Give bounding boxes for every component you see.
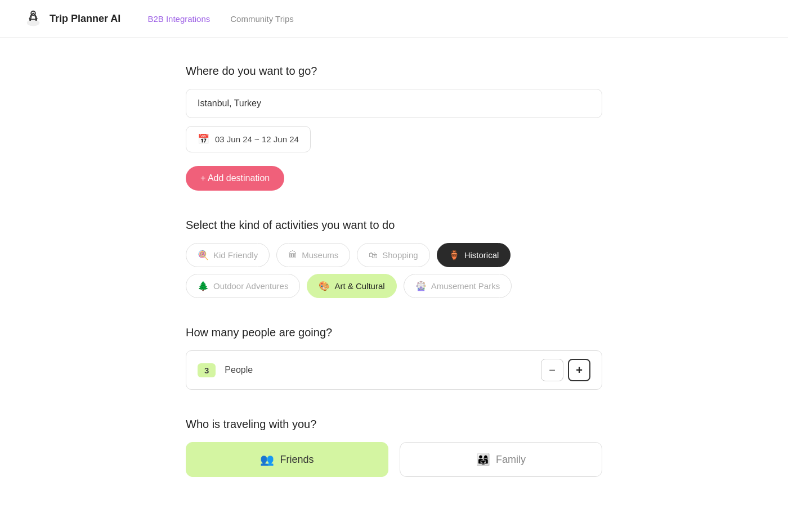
calendar-icon: 📅 <box>198 133 209 145</box>
chip-outdoor-adventures[interactable]: 🌲 Outdoor Adventures <box>186 274 300 298</box>
historical-icon: 🏺 <box>449 250 460 260</box>
traveling-section: Who is traveling with you? 👥 Friends 👨‍👩… <box>186 418 602 477</box>
chip-historical-label: Historical <box>464 250 499 260</box>
kid-friendly-icon: 🍭 <box>198 250 209 260</box>
art-icon: 🎨 <box>319 281 330 291</box>
logo-area: Trip Planner AI <box>23 8 120 29</box>
chip-amusement-label: Amusement Parks <box>431 281 500 291</box>
traveling-label: Who is traveling with you? <box>186 418 602 431</box>
chip-outdoor-label: Outdoor Adventures <box>213 281 288 291</box>
chip-museums[interactable]: 🏛 Museums <box>276 243 350 267</box>
people-count: 3 <box>198 363 216 377</box>
counter-buttons: − + <box>541 359 590 381</box>
logo-icon <box>23 8 44 29</box>
family-icon: 👨‍👩‍👧 <box>476 453 490 466</box>
museums-icon: 🏛 <box>288 250 297 260</box>
activities-section: Select the kind of activities you want t… <box>186 219 602 298</box>
chip-kid-friendly[interactable]: 🍭 Kid Friendly <box>186 243 270 267</box>
people-counter: 3 People − + <box>186 350 602 390</box>
main-content: Where do you want to go? 📅 03 Jun 24 ~ 1… <box>174 38 614 532</box>
chip-historical[interactable]: 🏺 Historical <box>437 243 511 267</box>
amusement-icon: 🎡 <box>415 281 427 291</box>
increment-button[interactable]: + <box>568 359 590 381</box>
nav-b2b-integrations[interactable]: B2B Integrations <box>147 14 210 24</box>
destination-section: Where do you want to go? 📅 03 Jun 24 ~ 1… <box>186 65 602 191</box>
family-label: Family <box>496 454 526 466</box>
friends-icon: 👥 <box>260 453 274 466</box>
date-range-button[interactable]: 📅 03 Jun 24 ~ 12 Jun 24 <box>186 126 311 152</box>
chip-amusement-parks[interactable]: 🎡 Amusement Parks <box>404 274 512 298</box>
people-label: How many people are going? <box>186 326 602 339</box>
chip-art-label: Art & Cultural <box>334 281 384 291</box>
travel-chip-family[interactable]: 👨‍👩‍👧 Family <box>400 442 602 477</box>
decrement-button[interactable]: − <box>541 359 563 381</box>
chip-kid-friendly-label: Kid Friendly <box>213 250 258 260</box>
nav-community-trips[interactable]: Community Trips <box>230 14 294 24</box>
chip-shopping[interactable]: 🛍 Shopping <box>357 243 429 267</box>
destination-label: Where do you want to go? <box>186 65 602 78</box>
header: Trip Planner AI B2B Integrations Communi… <box>0 0 788 38</box>
activities-label: Select the kind of activities you want t… <box>186 219 602 232</box>
logo-text: Trip Planner AI <box>50 13 120 25</box>
nav-links: B2B Integrations Community Trips <box>147 14 293 24</box>
activities-chips-row: 🍭 Kid Friendly 🏛 Museums 🛍 Shopping 🏺 Hi… <box>186 243 602 267</box>
friends-label: Friends <box>280 454 314 466</box>
chip-art-cultural[interactable]: 🎨 Art & Cultural <box>307 274 396 298</box>
people-section: How many people are going? 3 People − + <box>186 326 602 390</box>
chip-museums-label: Museums <box>302 250 338 260</box>
activities-chips-row-2: 🌲 Outdoor Adventures 🎨 Art & Cultural 🎡 … <box>186 274 602 298</box>
add-destination-button[interactable]: + Add destination <box>186 166 284 191</box>
destination-input[interactable] <box>186 89 602 118</box>
date-range-text: 03 Jun 24 ~ 12 Jun 24 <box>215 134 299 144</box>
travel-chips-row: 👥 Friends 👨‍👩‍👧 Family <box>186 442 602 477</box>
people-text: People <box>225 365 541 375</box>
shopping-icon: 🛍 <box>369 250 378 260</box>
travel-chip-friends[interactable]: 👥 Friends <box>186 442 388 477</box>
chip-shopping-label: Shopping <box>382 250 418 260</box>
svg-point-0 <box>27 20 40 26</box>
outdoor-icon: 🌲 <box>198 281 209 291</box>
